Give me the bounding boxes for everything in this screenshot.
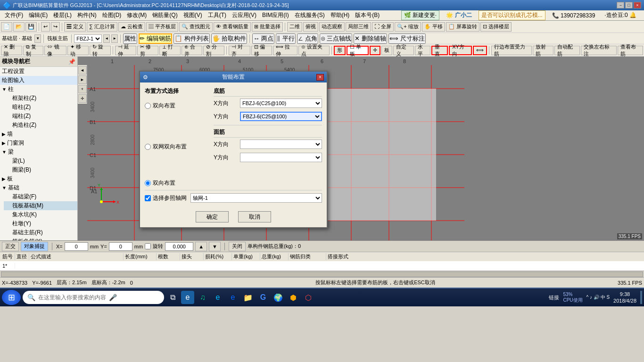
menu-file[interactable]: 文件(F) [2, 10, 26, 20]
canvas-tb-next[interactable]: ► [78, 75, 87, 84]
offset-btn2[interactable]: ⊡ 偏移 [251, 46, 272, 55]
two-pts-btn[interactable]: ↔ 两点 [252, 33, 274, 44]
shape-btn[interactable]: 形 [334, 46, 346, 55]
sidebar-item-beam-l[interactable]: 梁(L) [4, 156, 77, 165]
subtype-arrow[interactable]: ◄ [103, 34, 110, 43]
sidebar-item-column[interactable]: ▼柱 [0, 85, 77, 94]
fullplate-btn[interactable]: 板 [381, 46, 392, 55]
menu-cloud[interactable]: 云应用(V) [229, 10, 259, 20]
confirm-button[interactable]: 确定 [196, 211, 229, 222]
view-rebar-btn[interactable]: 查看布筋 [618, 46, 643, 55]
tb-undo[interactable]: ↩ [41, 22, 50, 32]
sidebar-item-draw[interactable]: 绘图输入 [0, 76, 77, 85]
prop-btn[interactable]: 属性 [123, 33, 137, 44]
sidebar-item-pit[interactable]: 集水坑(K) [4, 210, 77, 219]
subtype-arrow2[interactable]: ► [111, 34, 118, 43]
edit-rebar-btn[interactable]: ✏ 编辑钢筋 [139, 33, 172, 44]
split-btn[interactable]: ⊘ 分割 [203, 46, 224, 55]
x-input[interactable] [65, 242, 88, 251]
tb-local-3d[interactable]: 局部三维 [346, 22, 371, 32]
layer-arrow[interactable]: ▼ [34, 34, 41, 43]
tb-define[interactable]: ☰ 定义 [64, 22, 86, 32]
menu-online[interactable]: 在线服务(S) [292, 10, 328, 20]
stretch-btn[interactable]: ⟺ 拉伸 [273, 46, 297, 55]
swap-btn[interactable]: 交换左右标注 [581, 46, 616, 55]
minimize-button[interactable]: － [617, 2, 624, 8]
tb-save[interactable]: 💾 [25, 22, 37, 32]
sidebar-item-slab[interactable]: ▶板 [0, 174, 77, 183]
custom-btn2[interactable]: 自定义 [393, 46, 414, 55]
component-list-btn[interactable]: 📋 构件列表 [173, 33, 210, 44]
align-btn[interactable]: ⊣ 对齐 [229, 46, 250, 55]
face-y-select[interactable] [240, 153, 322, 162]
menu-rebar-qty[interactable]: 钢筋量(Q) [149, 10, 180, 20]
menu-tools[interactable]: 工具(T) [205, 10, 229, 20]
menu-modify[interactable]: 修改(M) [124, 10, 149, 20]
merge-btn[interactable]: ⊕ 合并 [182, 46, 203, 55]
tb-new[interactable]: 📄 [1, 22, 12, 32]
delete-btn[interactable]: ✕ 删除 [1, 46, 22, 55]
show-desktop[interactable] [640, 291, 642, 304]
y-input[interactable] [109, 242, 132, 251]
radio-dual-net-input[interactable] [145, 144, 151, 150]
menu-help[interactable]: 帮助(H) [328, 10, 353, 20]
close-button[interactable]: × [634, 2, 641, 8]
sidebar-item-beam[interactable]: ▼梁 [0, 148, 77, 156]
tb-cloud-check[interactable]: ☁ 云检查 [118, 22, 145, 32]
radio-bidir2-input[interactable] [145, 180, 151, 186]
radio-bidir2[interactable]: 双向布置 [145, 179, 206, 187]
up-spinner[interactable]: ▲ [195, 242, 207, 251]
copy-btn[interactable]: ⧉ 复制 [23, 46, 44, 55]
cancel-button[interactable]: 取消 [238, 211, 271, 222]
menu-component[interactable]: 构件(N) [74, 10, 99, 20]
break-btn[interactable]: ⊥ 打断 [159, 46, 181, 55]
taskbar-glyph[interactable]: ⬡ [302, 291, 315, 304]
sidebar-item-found-beam[interactable]: 基础梁(F) [4, 192, 77, 201]
taskbar-g[interactable]: G [256, 291, 270, 304]
mirror-btn[interactable]: ⇔ 镜像 [44, 46, 66, 55]
rotate-input[interactable] [165, 242, 193, 251]
subtype-select[interactable]: FBZJ-1 [74, 34, 102, 43]
tb-view-rebar[interactable]: 👁 查看钢筋量 [214, 22, 251, 32]
tb-plan-view[interactable]: 俯视 [303, 22, 318, 32]
taskbar-taskview[interactable]: ⧉ [166, 291, 179, 304]
x-dir-select[interactable]: FBZJ-6(C25@100) [240, 99, 322, 108]
sidebar-item-ring-beam[interactable]: 圈梁(B) [4, 165, 77, 174]
setclamp-btn[interactable]: ⊙ 设置夹点 [298, 46, 330, 55]
horiz-btn[interactable]: 水平 [415, 46, 430, 55]
taskbar-music[interactable]: ♫ [196, 291, 209, 304]
sidebar-item-struct-col[interactable]: 构造柱(Z) [4, 121, 77, 130]
pick-component-btn[interactable]: 🖐 拾取构件 [211, 33, 248, 44]
tb-zoom-in[interactable]: 🔍+ 缩放 [395, 22, 421, 32]
tb-batch-select[interactable]: ⊞ 批量选择 [252, 22, 283, 32]
tb-flatten[interactable]: ▤ 平齐板层 [146, 22, 178, 32]
xy-btn[interactable]: XY方向 [449, 46, 472, 55]
tb-select-layer[interactable]: ⊡ 选择楼层 [480, 22, 512, 32]
sidebar-item-hidden-col[interactable]: 暗柱(Z) [4, 103, 77, 112]
tb-open[interactable]: 📂 [13, 22, 25, 32]
sidebar-item-window[interactable]: ▶门窗洞 [0, 139, 77, 148]
taskbar-ie[interactable]: e [181, 291, 194, 304]
ortho-btn[interactable]: 正交 [2, 242, 19, 251]
menu-draw[interactable]: 绘图(D) [99, 10, 124, 20]
parallel-btn[interactable]: ∥ 平行 [276, 33, 296, 44]
sidebar-item-frame-col[interactable]: 框架柱(Z) [4, 94, 77, 103]
tb-sum[interactable]: ∑ 汇总计算 [87, 22, 117, 32]
radio-bidir-input[interactable] [145, 103, 151, 109]
taskbar-app1[interactable]: ⬢ [287, 291, 300, 304]
canvas-tb-plus[interactable]: + [78, 85, 87, 93]
y-dir-select[interactable]: FBZJ-6(C25@100) [240, 112, 322, 121]
tb-dynamic-view[interactable]: 动态观察 [319, 22, 345, 32]
sidebar-item-col-cap[interactable]: 柱墩(Y) [4, 219, 77, 228]
system-tray[interactable]: ^ ♪ 🔊 中 S [586, 294, 610, 301]
horizontal-scrollbar[interactable] [0, 271, 644, 277]
sidebar-item-wall[interactable]: ▶墙 [0, 130, 77, 139]
del-aux-btn[interactable]: ✕ 删除辅轴 [354, 33, 387, 44]
canvas-tb-cross[interactable]: ✛ [78, 94, 87, 103]
select-axis-checkbox[interactable] [145, 195, 151, 201]
start-button[interactable]: ⊞ [2, 290, 21, 305]
trim-btn[interactable]: ✂ 修剪 [137, 46, 158, 55]
singleplate-btn[interactable]: ☐ 单板 [347, 46, 369, 55]
radial-btn[interactable]: 放射筋 [533, 46, 553, 55]
dim-btn[interactable]: ⟺ 尺寸标注 [388, 33, 426, 44]
